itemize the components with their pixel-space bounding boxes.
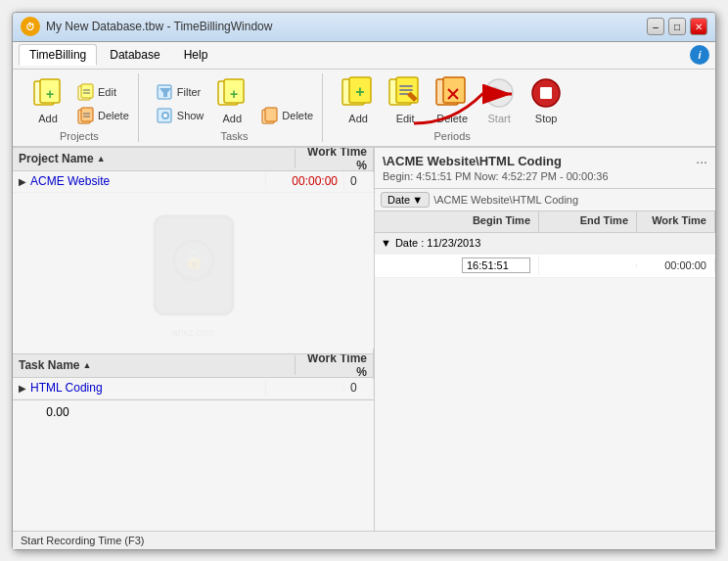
- period-path: \ACME Website\HTML Coding: [383, 154, 609, 168]
- window-title: My New Database.tbw - TimeBillingWindow: [46, 20, 272, 33]
- status-bar: Start Recording Time (F3): [13, 531, 715, 549]
- tasks-delete-button[interactable]: Delete: [257, 105, 316, 126]
- periods-delete-icon: [434, 75, 470, 111]
- table-row[interactable]: ▶ ACME Website 00:00:00 0: [13, 171, 374, 193]
- svg-rect-39: [155, 216, 233, 314]
- tab-timebilling[interactable]: TimeBilling: [19, 44, 97, 66]
- periods-start-icon: [481, 75, 517, 111]
- period-info-text: \ACME Website\HTML Coding Begin: 4:51:51…: [383, 154, 609, 182]
- work-time-header: Work Time %: [296, 148, 374, 176]
- begin-time-header: Begin Time: [375, 211, 539, 232]
- period-info: \ACME Website\HTML Coding Begin: 4:51:51…: [375, 148, 715, 189]
- projects-add-label: Add: [38, 113, 58, 124]
- tasks-delete-button-wrap: Delete: [257, 105, 316, 126]
- row-expand-arrow: ▶: [19, 176, 26, 187]
- project-sort-arrow: ▲: [97, 154, 106, 164]
- svg-rect-37: [540, 87, 552, 99]
- periods-toolbar-buttons: + Add: [337, 73, 568, 126]
- projects-add-button[interactable]: + Add: [26, 73, 69, 126]
- tasks-toolbar-section: Filter Show: [147, 73, 323, 142]
- svg-point-40: [174, 241, 213, 280]
- tasks-filter-show-buttons: Filter Show: [153, 81, 207, 126]
- tasks-delete-icon: [260, 106, 280, 125]
- chevron-down-icon: ▼: [412, 194, 423, 206]
- tasks-filter-label: Filter: [177, 86, 201, 98]
- projects-section-label: Projects: [60, 130, 99, 142]
- tasks-delete-label: Delete: [282, 110, 313, 121]
- project-name-header: Project Name ▲: [13, 149, 296, 168]
- periods-start-button[interactable]: Start: [478, 73, 521, 126]
- tasks-table: Task Name ▲ Work Time % ▶ HTML Coding 0: [13, 354, 374, 531]
- app-icon-symbol: ⏱: [25, 22, 35, 32]
- periods-edit-icon: [387, 75, 423, 111]
- period-begin-input[interactable]: [462, 257, 530, 273]
- period-date-cell: ▼ Date : 11/23/2013: [375, 235, 486, 251]
- periods-delete-label: Delete: [436, 113, 468, 124]
- period-work-cell: 00:00:00: [637, 257, 715, 273]
- svg-rect-26: [399, 85, 413, 87]
- projects-toolbar-section: + Add: [21, 73, 139, 142]
- task-expand-arrow: ▶: [19, 383, 26, 394]
- tasks-table-header: Task Name ▲ Work Time %: [13, 354, 374, 378]
- task-percent-cell: 0: [344, 379, 374, 397]
- period-end-cell: [539, 263, 637, 267]
- app-icon: ⏱: [21, 17, 40, 36]
- projects-edit-button[interactable]: Edit: [73, 81, 132, 103]
- periods-table-header: Begin Time End Time Work Time: [375, 211, 715, 233]
- period-date-row: ▼ Date : 11/23/2013: [375, 233, 715, 255]
- projects-delete-label: Delete: [98, 110, 129, 121]
- svg-text:+: +: [46, 86, 54, 102]
- periods-add-button[interactable]: + Add: [337, 73, 380, 126]
- periods-table: Begin Time End Time Work Time ▼ Date : 1…: [375, 211, 715, 531]
- right-panel: \ACME Website\HTML Coding Begin: 4:51:51…: [375, 148, 715, 531]
- period-path-label: \ACME Website\HTML Coding: [433, 194, 578, 206]
- tasks-add-icon: +: [214, 75, 250, 111]
- tasks-total-value: 0.00: [19, 405, 97, 419]
- tab-help[interactable]: Help: [173, 44, 219, 66]
- title-bar: ⏱ My New Database.tbw - TimeBillingWindo…: [13, 13, 715, 42]
- period-data-row[interactable]: 00:00:00: [375, 255, 715, 278]
- period-date-label: Date : 11/23/2013: [395, 237, 480, 249]
- period-header-bar: Date ▼ \ACME Website\HTML Coding: [375, 189, 715, 211]
- more-options-button[interactable]: ···: [696, 154, 707, 169]
- svg-text:🔒: 🔒: [183, 249, 205, 270]
- svg-rect-20: [265, 108, 277, 121]
- tasks-show-button[interactable]: Show: [153, 105, 207, 126]
- project-name-cell: ▶ ACME Website: [13, 172, 266, 190]
- main-window: ⏱ My New Database.tbw - TimeBillingWindo…: [12, 12, 716, 550]
- project-percent-cell: 0: [344, 172, 374, 190]
- periods-add-icon: +: [341, 75, 376, 111]
- tasks-add-button[interactable]: + Add: [210, 73, 253, 126]
- periods-delete-button[interactable]: Delete: [431, 73, 474, 126]
- task-work-time-cell: [266, 386, 344, 390]
- menu-bar: TimeBilling Database Help i: [13, 42, 715, 70]
- periods-edit-label: Edit: [396, 113, 415, 124]
- periods-edit-button[interactable]: Edit: [384, 73, 427, 126]
- periods-stop-icon: [528, 75, 564, 111]
- projects-edit-label: Edit: [98, 86, 116, 98]
- tasks-show-icon: [156, 106, 175, 125]
- projects-delete-button[interactable]: Delete: [73, 105, 132, 126]
- projects-add-icon: +: [30, 75, 66, 111]
- projects-edit-delete-buttons: Edit Delete: [73, 81, 132, 126]
- periods-section-label: Periods: [433, 130, 470, 142]
- close-button[interactable]: ✕: [690, 18, 707, 35]
- maximize-button[interactable]: □: [668, 18, 686, 35]
- svg-point-15: [163, 114, 167, 117]
- minimize-button[interactable]: –: [647, 18, 664, 35]
- info-button[interactable]: i: [690, 45, 709, 65]
- projects-edit-icon: [76, 82, 96, 102]
- date-collapse-icon[interactable]: ▼: [381, 237, 391, 249]
- tasks-section-label: Tasks: [220, 130, 248, 142]
- periods-stop-button[interactable]: Stop: [524, 73, 568, 126]
- svg-rect-27: [399, 89, 413, 91]
- end-time-header: End Time: [539, 211, 637, 232]
- date-filter-button[interactable]: Date ▼: [381, 192, 430, 208]
- tasks-filter-button[interactable]: Filter: [153, 81, 207, 103]
- task-name-cell: ▶ HTML Coding: [13, 379, 266, 397]
- tasks-show-label: Show: [177, 110, 205, 121]
- periods-start-label: Start: [488, 113, 511, 124]
- tab-database[interactable]: Database: [99, 44, 170, 66]
- tasks-filter-icon: [156, 82, 175, 102]
- left-panel: Project Name ▲ Work Time % ▶ ACME Websit…: [13, 148, 375, 531]
